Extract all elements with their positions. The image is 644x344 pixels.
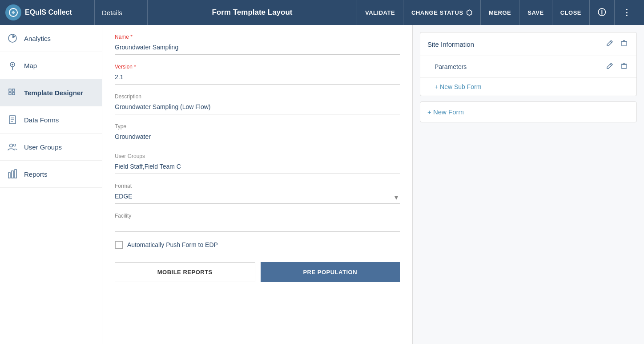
reports-icon: [7, 169, 18, 179]
data-forms-icon: [7, 114, 18, 125]
description-field-group: Description: [115, 93, 400, 114]
user-groups-field-group: User Groups: [115, 153, 400, 174]
svg-point-3: [12, 64, 13, 65]
edit-icon: [606, 40, 613, 47]
svg-rect-15: [12, 171, 13, 178]
content-area: Name Version Description Type User Group…: [102, 25, 644, 344]
site-information-actions: [604, 39, 629, 49]
app-logo: EQuIS Collect: [5, 4, 94, 20]
sidebar-reports-label: Reports: [24, 170, 48, 178]
parameters-edit-icon: [606, 62, 613, 69]
site-information-row: Site Information: [420, 32, 636, 56]
sidebar-template-designer-label: Template Designer: [24, 89, 83, 97]
sidebar: Analytics Map Template Designer Data For…: [0, 25, 102, 344]
sidebar-map-label: Map: [24, 62, 37, 69]
parameters-row: Parameters: [420, 56, 636, 78]
svg-point-12: [10, 144, 13, 147]
svg-rect-6: [12, 89, 15, 91]
svg-rect-7: [12, 93, 15, 95]
version-label: Version: [115, 64, 400, 70]
top-header: EQuIS Collect Details Form Template Layo…: [0, 0, 644, 25]
close-button[interactable]: CLOSE: [552, 0, 589, 25]
mobile-reports-button[interactable]: MOBILE REPORTS: [115, 262, 255, 282]
auto-push-checkbox[interactable]: [115, 241, 123, 249]
description-label: Description: [115, 93, 400, 100]
sidebar-analytics-label: Analytics: [24, 35, 51, 42]
type-input[interactable]: [115, 131, 400, 144]
auto-push-row: Automatically Push Form to EDP: [115, 241, 400, 249]
sidebar-data-forms-label: Data Forms: [24, 116, 59, 124]
user-groups-icon: [7, 142, 18, 152]
name-field-group: Name: [115, 34, 400, 55]
app-logo-icon: [5, 4, 21, 20]
merge-button[interactable]: MERGE: [480, 0, 519, 25]
sidebar-item-reports[interactable]: Reports: [0, 161, 102, 188]
sidebar-user-groups-label: User Groups: [24, 143, 62, 151]
template-layout-panel: Site Information Parameters: [413, 25, 644, 344]
facility-label: Facility: [115, 213, 400, 219]
version-field-group: Version: [115, 64, 400, 85]
parameters-delete-icon: [620, 62, 628, 69]
svg-rect-5: [9, 93, 11, 95]
parameters-actions: [604, 61, 629, 72]
version-input[interactable]: [115, 72, 400, 85]
svg-point-13: [14, 144, 16, 146]
svg-rect-14: [8, 173, 10, 178]
facility-input[interactable]: [115, 221, 400, 232]
format-label: Format: [115, 183, 400, 189]
bottom-buttons: MOBILE REPORTS PRE POPULATION: [115, 262, 400, 282]
template-designer-icon: [7, 87, 18, 98]
template-form-card-site-information: Site Information Parameters: [420, 32, 637, 96]
new-sub-form-button[interactable]: + New Sub Form: [420, 78, 636, 96]
app-name: EQuIS Collect: [25, 8, 72, 16]
more-options-icon: ⋮: [623, 8, 631, 17]
analytics-icon: [7, 33, 18, 44]
more-options-button[interactable]: ⋮: [614, 0, 639, 25]
site-information-delete-button[interactable]: [619, 39, 629, 49]
type-field-group: Type: [115, 123, 400, 144]
change-status-icon: ⬡: [466, 8, 473, 17]
change-status-label: CHANGE STATUS: [411, 9, 463, 16]
name-label: Name: [115, 34, 400, 40]
details-label: Details: [102, 9, 122, 16]
pre-population-button[interactable]: PRE POPULATION: [261, 262, 400, 282]
name-input[interactable]: [115, 42, 400, 55]
parameters-delete-button[interactable]: [619, 61, 629, 72]
facility-field-group: Facility: [115, 213, 400, 232]
validate-button[interactable]: VALIDATE: [357, 0, 403, 25]
site-information-name: Site Information: [427, 40, 474, 48]
user-groups-label: User Groups: [115, 153, 400, 159]
user-groups-input[interactable]: [115, 161, 400, 174]
site-information-edit-button[interactable]: [604, 39, 615, 49]
delete-icon: [620, 40, 628, 47]
header-center-title: Form Template Layout: [148, 8, 357, 17]
main-layout: Analytics Map Template Designer Data For…: [0, 25, 644, 344]
sidebar-item-template-designer[interactable]: Template Designer: [0, 79, 102, 106]
header-actions: VALIDATE CHANGE STATUS ⬡ MERGE SAVE CLOS…: [357, 0, 639, 25]
info-button[interactable]: ⓘ: [589, 0, 614, 25]
new-form-button[interactable]: + New Form: [420, 101, 637, 122]
info-icon: ⓘ: [598, 7, 606, 18]
sidebar-item-data-forms[interactable]: Data Forms: [0, 106, 102, 134]
parameters-edit-button[interactable]: [604, 61, 615, 72]
svg-rect-16: [15, 170, 16, 178]
svg-rect-17: [622, 42, 626, 46]
sidebar-item-analytics[interactable]: Analytics: [0, 25, 102, 52]
map-icon: [7, 60, 18, 71]
svg-rect-4: [9, 89, 11, 91]
svg-rect-20: [622, 65, 626, 69]
sidebar-item-user-groups[interactable]: User Groups: [0, 134, 102, 161]
parameters-name: Parameters: [435, 63, 467, 70]
change-status-button[interactable]: CHANGE STATUS ⬡: [403, 0, 480, 25]
description-input[interactable]: [115, 101, 400, 114]
auto-push-label: Automatically Push Form to EDP: [127, 241, 218, 248]
details-section: Details: [94, 0, 148, 25]
form-template-layout-title: Form Template Layout: [212, 8, 292, 17]
save-button[interactable]: SAVE: [519, 0, 551, 25]
format-select[interactable]: EDGE MOBILE DESKTOP: [115, 191, 400, 203]
format-field-group: Format EDGE MOBILE DESKTOP ▾: [115, 183, 400, 204]
type-label: Type: [115, 123, 400, 130]
details-panel: Name Version Description Type User Group…: [102, 25, 413, 344]
sidebar-item-map[interactable]: Map: [0, 52, 102, 79]
format-select-wrapper: EDGE MOBILE DESKTOP ▾: [115, 191, 400, 204]
